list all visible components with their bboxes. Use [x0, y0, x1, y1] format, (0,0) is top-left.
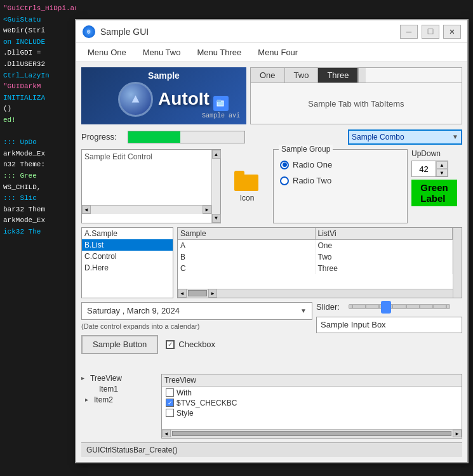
treeview-hscroll[interactable]: ◄ ► — [162, 429, 462, 438]
combo-box[interactable]: Sample Combo ▼ — [348, 129, 462, 145]
lv-cell-c2: Three — [316, 263, 453, 274]
menu-item-one[interactable]: Menu One — [83, 45, 131, 60]
radio-one[interactable]: Radio One — [280, 160, 401, 169]
edit-control[interactable]: Sample Edit Control ▲ ▼ ◄ ► — [81, 149, 221, 223]
scroll-up-arrow[interactable]: ▲ — [212, 150, 221, 159]
close-button[interactable]: ✕ — [443, 25, 461, 39]
treeview-right-item-tvs[interactable]: ✓ $TVS_CHECKBC — [163, 398, 460, 408]
edit-scrollbar-horizontal[interactable]: ◄ ► — [82, 205, 211, 214]
radio-one-button[interactable] — [280, 161, 289, 169]
hscroll-left[interactable]: ◄ — [178, 289, 187, 298]
input-box[interactable]: Sample Input Box — [316, 317, 462, 333]
tv-hscroll-left[interactable]: ◄ — [162, 430, 171, 437]
listbox-item-d[interactable]: D.Here — [82, 262, 173, 274]
progress-bar-background — [128, 131, 245, 143]
list-section: A.Sample B.List C.Control D.Here Sample … — [81, 227, 462, 298]
listbox-item-b[interactable]: B.List — [82, 239, 173, 251]
code-line-17: WS_CHILD, — [3, 182, 73, 194]
tab-two[interactable]: Two — [285, 68, 319, 83]
combo-value: Sample Combo — [352, 133, 404, 142]
treeview-item-root[interactable]: ▸ TreeView — [81, 374, 157, 383]
slider-dot-4 — [392, 305, 393, 308]
updown-value[interactable]: 42 — [412, 161, 436, 176]
avi-area: Sample avi — [202, 96, 240, 119]
updown-area: UpDown 42 ▲ ▼ GreenLabel — [411, 149, 462, 223]
treeview-right-items: With ✓ $TVS_CHECKBC Style — [162, 387, 462, 429]
treeview-item-1[interactable]: Item1 — [81, 385, 157, 393]
hscroll-right[interactable]: ► — [208, 289, 217, 298]
listbox-item-c[interactable]: C.Control — [82, 251, 173, 262]
maximize-button[interactable]: □ — [422, 25, 439, 39]
slider-dot-3 — [378, 305, 380, 308]
hscroll-thumb[interactable] — [188, 290, 207, 296]
tree-arrow-root: ▸ — [81, 374, 88, 381]
checkbox-row: Checkbox — [166, 340, 215, 349]
code-line-4: on INCLUDE — [3, 37, 73, 48]
tv-checkbox-tvs[interactable]: ✓ — [166, 399, 174, 407]
code-line-19: bar32 Them — [3, 204, 73, 216]
tree-arrow-2: ▸ — [85, 396, 91, 403]
date-picker[interactable]: Saturday , March 9, 2024 ▼ — [81, 302, 312, 320]
green-label: GreenLabel — [411, 180, 457, 206]
code-line-14: arkMode_Ex — [3, 149, 73, 160]
listview-row-2[interactable]: B Two — [178, 251, 453, 263]
checkbox[interactable] — [166, 340, 175, 349]
tv-hscroll-thumb[interactable] — [172, 431, 451, 436]
listview-row-3[interactable]: C Three — [178, 263, 453, 274]
slider-dot-6 — [419, 305, 420, 308]
listview-scrollbar[interactable] — [453, 228, 462, 298]
menu-item-two[interactable]: Menu Two — [138, 45, 186, 60]
tv-label-tvs: $TVS_CHECKBC — [177, 399, 237, 407]
code-line-21: ick32 The — [3, 227, 73, 238]
menu-item-three[interactable]: Menu Three — [192, 45, 246, 60]
edit-scrollbar-vertical[interactable]: ▲ ▼ — [211, 150, 220, 223]
listview: Sample ListVi A One B Two C — [177, 227, 462, 298]
main-window: ⚙ Sample GUI — □ ✕ Menu One Menu Two Men… — [75, 19, 469, 463]
date-value: Saturday , March 9, 2024 — [87, 306, 180, 315]
radio-two-button[interactable] — [280, 176, 289, 185]
listbox-item-a[interactable]: A.Sample — [82, 228, 173, 239]
listview-row-1[interactable]: A One — [178, 240, 453, 251]
updown-control: 42 ▲ ▼ — [411, 161, 448, 177]
listview-hscroll[interactable]: ◄ ► — [178, 289, 453, 298]
slider-input-area: Slider: — [316, 302, 462, 370]
tv-hscroll-right[interactable]: ► — [453, 430, 462, 437]
sample-button[interactable]: Sample Button — [81, 335, 158, 354]
slider-thumb[interactable] — [381, 301, 391, 314]
minimize-button[interactable]: — — [400, 25, 418, 39]
status-bar: GUICtrlStatusBar_Create() — [81, 442, 462, 457]
scroll-left-arrow[interactable]: ◄ — [82, 205, 91, 214]
green-label-text: GreenLabel — [420, 182, 448, 204]
tab-scrollbar — [358, 68, 366, 83]
tab-three[interactable]: Three — [318, 68, 358, 83]
title-controls: — □ ✕ — [400, 25, 461, 39]
treeview-left: ▸ TreeView Item1 ▸ Item2 — [81, 374, 157, 439]
scroll-down-arrow[interactable]: ▼ — [212, 214, 221, 223]
slider-track[interactable] — [349, 304, 450, 309]
date-slider-section: Saturday , March 9, 2024 ▼ (Date control… — [81, 302, 462, 370]
tv-checkbox-style[interactable] — [166, 409, 174, 417]
tab-one[interactable]: One — [251, 68, 285, 83]
updown-increment[interactable]: ▲ — [436, 161, 448, 169]
treeview-item-2[interactable]: ▸ Item2 — [81, 395, 157, 404]
updown-buttons: ▲ ▼ — [436, 161, 448, 176]
scroll-right-arrow[interactable]: ► — [203, 205, 211, 214]
treeview-right-item-style[interactable]: Style — [163, 408, 460, 418]
tv-checkbox-with[interactable] — [166, 388, 174, 397]
treeview-item1-label: Item1 — [99, 385, 118, 393]
icon-area: Icon — [225, 149, 269, 223]
updown-decrement[interactable]: ▼ — [436, 169, 448, 176]
listview-col-sample: Sample — [178, 228, 316, 239]
date-dropdown-arrow: ▼ — [300, 307, 307, 314]
radio-two[interactable]: Radio Two — [280, 176, 401, 185]
code-line-8: "GUIDarkM — [3, 81, 73, 93]
treeview-right-header: TreeView — [162, 374, 462, 387]
menu-item-four[interactable]: Menu Four — [253, 45, 303, 60]
treeview-right-item-with[interactable]: With — [163, 388, 460, 398]
top-section: Sample AutoIt Sample avi — [81, 67, 462, 124]
progress-label: Progress: — [81, 132, 123, 142]
radio-two-label: Radio Two — [293, 176, 331, 185]
listbox[interactable]: A.Sample B.List C.Control D.Here — [81, 227, 173, 298]
status-text: GUICtrlStatusBar_Create() — [86, 446, 177, 454]
title-bar: ⚙ Sample GUI — □ ✕ — [76, 20, 467, 43]
